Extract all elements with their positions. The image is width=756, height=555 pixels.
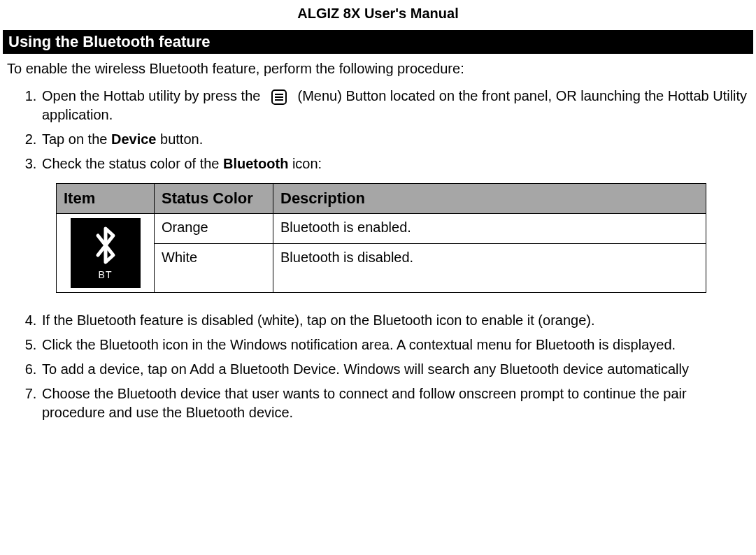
step-2-text-c: button. [156, 131, 203, 147]
intro-text: To enable the wireless Bluetooth feature… [0, 61, 756, 85]
table-header-row: Item Status Color Description [57, 184, 706, 214]
page-title: ALGIZ 8X User's Manual [0, 0, 756, 30]
bluetooth-icon: BT [71, 218, 141, 288]
td-desc-1: Bluetooth is disabled. [273, 243, 706, 292]
step-5: Click the Bluetooth icon in the Windows … [41, 334, 749, 359]
step-2-text-a: Tap on the [42, 131, 111, 147]
step-7: Choose the Bluetooth device that user wa… [41, 383, 749, 426]
step-1-text-a: Open the Hottab utility by press the [42, 88, 260, 103]
bluetooth-icon-label: BT [99, 268, 113, 282]
td-status-0: Orange [155, 213, 273, 243]
table-row: BT Orange Bluetooth is enabled. [57, 213, 706, 243]
step-3-text-c: icon: [288, 156, 322, 171]
th-desc: Description [273, 184, 706, 214]
step-6: To add a device, tap on Add a Bluetooth … [41, 359, 749, 383]
th-status: Status Color [155, 184, 273, 214]
step-1: Open the Hottab utility by press the (Me… [41, 85, 749, 129]
td-desc-0: Bluetooth is enabled. [273, 213, 706, 243]
step-2-bold: Device [111, 131, 157, 147]
step-4: If the Bluetooth feature is disabled (wh… [41, 310, 749, 334]
td-status-1: White [155, 243, 273, 292]
steps-list: Open the Hottab utility by press the (Me… [7, 85, 749, 426]
td-icon: BT [57, 213, 155, 292]
th-item: Item [57, 184, 155, 214]
step-3-text-a: Check the status color of the [42, 156, 223, 171]
table-row: White Bluetooth is disabled. [57, 243, 706, 292]
step-3: Check the status color of the Bluetooth … [41, 153, 749, 310]
menu-icon [271, 89, 287, 105]
step-2: Tap on the Device button. [41, 129, 749, 153]
status-table: Item Status Color Description BT Orange … [56, 183, 706, 293]
section-header: Using the Bluetooth feature [3, 30, 753, 54]
step-3-bold: Bluetooth [223, 156, 288, 171]
